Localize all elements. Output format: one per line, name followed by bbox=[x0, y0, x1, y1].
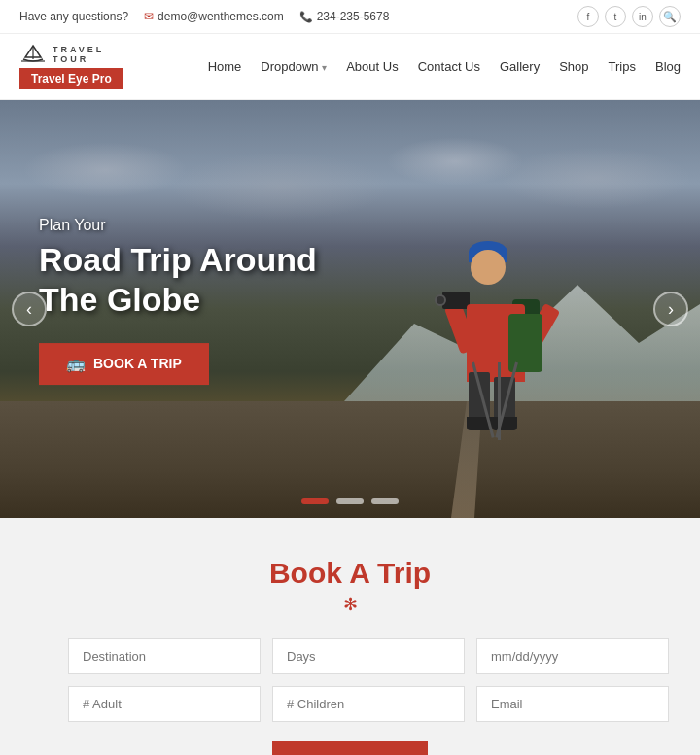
book-now-button[interactable]: Book Now bbox=[272, 741, 428, 755]
email-input[interactable] bbox=[476, 686, 669, 722]
book-divider: ✻ bbox=[58, 594, 642, 615]
top-bar-left: Have any questions? demo@wenthemes.com 2… bbox=[19, 10, 389, 23]
carousel-dot-3[interactable] bbox=[371, 498, 399, 504]
logo-brand: TRAVEL TOUR bbox=[19, 44, 104, 65]
nav-shop[interactable]: Shop bbox=[559, 59, 588, 74]
search-icon[interactable]: 🔍 bbox=[659, 6, 681, 27]
carousel-dots bbox=[301, 498, 399, 504]
camera bbox=[442, 292, 470, 309]
logo: TRAVEL TOUR Travel Eye Pro bbox=[19, 44, 123, 89]
nav-links: Home Dropdown ▾ About Us Contact Us Gall… bbox=[208, 59, 681, 74]
carousel-arrow-right[interactable]: › bbox=[653, 292, 688, 326]
nav-trips[interactable]: Trips bbox=[609, 59, 636, 74]
hero-pre-title: Plan Your bbox=[39, 217, 317, 234]
hero-title-line1: Road Trip Around bbox=[39, 241, 317, 278]
nav-dropdown[interactable]: Dropdown ▾ bbox=[261, 59, 327, 74]
brand-text-bottom: TOUR bbox=[52, 54, 104, 64]
book-title-colored: B bbox=[269, 557, 291, 589]
email-contact[interactable]: demo@wenthemes.com bbox=[144, 10, 284, 23]
hero-title: Road Trip Around The Globe bbox=[39, 240, 317, 320]
adults-input[interactable] bbox=[68, 686, 261, 722]
nav-home[interactable]: Home bbox=[208, 59, 242, 74]
dropdown-arrow-icon: ▾ bbox=[322, 62, 327, 73]
top-bar-right: f t in 🔍 bbox=[578, 6, 681, 27]
logo-button[interactable]: Travel Eye Pro bbox=[19, 68, 123, 89]
nav-contact[interactable]: Contact Us bbox=[418, 59, 480, 74]
nav-about[interactable]: About Us bbox=[346, 59, 398, 74]
hero-section: Plan Your Road Trip Around The Globe 🚌 B… bbox=[0, 100, 700, 518]
nav-gallery[interactable]: Gallery bbox=[500, 59, 540, 74]
facebook-icon[interactable]: f bbox=[578, 6, 599, 27]
email-text: demo@wenthemes.com bbox=[158, 10, 284, 23]
date-input[interactable] bbox=[476, 638, 669, 674]
form-row-2 bbox=[68, 686, 632, 722]
carousel-dot-1[interactable] bbox=[301, 498, 329, 504]
linkedin-icon[interactable]: in bbox=[632, 6, 653, 27]
days-input[interactable] bbox=[272, 638, 465, 674]
book-form: Book Now bbox=[68, 638, 632, 755]
book-title: Book A Trip bbox=[58, 557, 642, 590]
question-text: Have any questions? bbox=[19, 10, 128, 23]
phone-icon bbox=[299, 11, 313, 23]
phone-contact[interactable]: 234-235-5678 bbox=[299, 10, 390, 23]
hero-title-line2: The Globe bbox=[39, 281, 200, 318]
top-bar: Have any questions? demo@wenthemes.com 2… bbox=[0, 0, 700, 34]
photographer-figure bbox=[457, 246, 544, 440]
boat-logo-icon bbox=[19, 44, 47, 65]
book-trip-section: Book A Trip ✻ Book Now bbox=[0, 518, 700, 755]
hero-content: Plan Your Road Trip Around The Globe 🚌 B… bbox=[39, 217, 317, 385]
bus-icon: 🚌 bbox=[66, 355, 86, 373]
children-input[interactable] bbox=[272, 686, 465, 722]
nav-blog[interactable]: Blog bbox=[655, 59, 681, 74]
carousel-arrow-left[interactable]: ‹ bbox=[12, 292, 47, 326]
book-trip-button[interactable]: 🚌 Book A Trip bbox=[39, 343, 209, 385]
brand-text-top: TRAVEL bbox=[52, 45, 104, 54]
brand-text: TRAVEL TOUR bbox=[52, 45, 104, 64]
book-title-plain: ook A Trip bbox=[291, 557, 431, 589]
book-trip-label: Book A Trip bbox=[93, 356, 182, 371]
boot-right bbox=[492, 417, 517, 430]
mail-icon bbox=[144, 10, 154, 23]
form-row-1 bbox=[68, 638, 632, 674]
lens bbox=[435, 294, 446, 306]
destination-input[interactable] bbox=[68, 638, 261, 674]
navbar: TRAVEL TOUR Travel Eye Pro Home Dropdown… bbox=[0, 34, 700, 100]
phone-text: 234-235-5678 bbox=[317, 10, 390, 23]
backpack bbox=[508, 314, 542, 372]
twitter-icon[interactable]: t bbox=[605, 6, 626, 27]
head bbox=[471, 250, 506, 285]
carousel-dot-2[interactable] bbox=[336, 498, 364, 504]
